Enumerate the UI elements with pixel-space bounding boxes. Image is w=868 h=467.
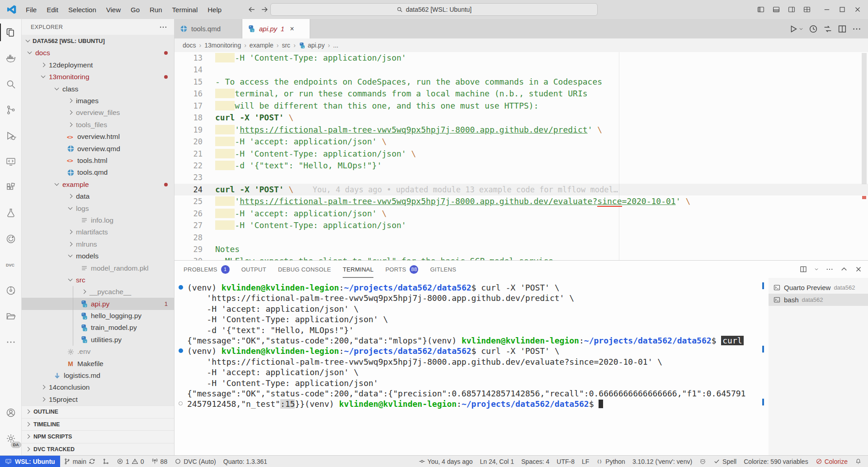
- status-problems[interactable]: 10: [113, 456, 148, 467]
- activity-source-control-icon[interactable]: [0, 99, 22, 120]
- status-colorize-toggle[interactable]: Colorize: [812, 456, 851, 467]
- tree-file-tools-qmd[interactable]: tools.qmd: [22, 167, 174, 178]
- breadcrumb-item[interactable]: api.py: [299, 42, 325, 49]
- tree-folder--pycache-[interactable]: __pycache__: [22, 286, 174, 298]
- tree-root-folder[interactable]: DATA562 [WSL: UBUNTU]: [22, 35, 174, 47]
- activity-more-views-icon[interactable]: [0, 331, 22, 353]
- status-remote-indicator[interactable]: WSL: Ubuntu: [0, 456, 60, 467]
- tree-folder-mlartifacts[interactable]: mlartifacts: [22, 226, 174, 238]
- tree-file-utilities-py[interactable]: utilities.py: [22, 334, 174, 346]
- tree-folder-14conclusion[interactable]: 14conclusion: [22, 381, 174, 393]
- toggle-panel-icon[interactable]: [769, 4, 783, 15]
- activity-account-icon[interactable]: [0, 402, 22, 423]
- tree-folder-mlruns[interactable]: mlruns: [22, 238, 174, 250]
- activity-dvc-icon[interactable]: DVC: [0, 254, 22, 275]
- tab-tools-qmd[interactable]: tools.qmd: [175, 19, 242, 38]
- tree-file-overview-html[interactable]: <>overview.html: [22, 131, 174, 143]
- terminal[interactable]: (venv) kvlinden@kvlinden-legion:~/projec…: [175, 278, 769, 455]
- tree-file-makefile[interactable]: MMakefile: [22, 357, 174, 369]
- back-arrow-icon[interactable]: [247, 5, 256, 14]
- activity-run-debug-icon[interactable]: [0, 125, 22, 146]
- panel-tab-terminal[interactable]: TERMINAL: [343, 261, 373, 278]
- toggle-sidebar-icon[interactable]: [754, 4, 768, 15]
- tree-file--env[interactable]: .env: [22, 346, 174, 357]
- section-dvc-tracked[interactable]: DVC TRACKED: [22, 443, 174, 456]
- split-editor-icon[interactable]: [837, 24, 847, 34]
- tree-folder-13monitoring[interactable]: 13monitoring: [22, 71, 174, 83]
- panel-tab-output[interactable]: OUTPUT: [241, 261, 266, 278]
- status-spell[interactable]: Spell: [710, 456, 740, 467]
- panel-tab-problems[interactable]: PROBLEMS1: [184, 261, 230, 278]
- status-git-branch[interactable]: main: [60, 456, 99, 467]
- activity-extensions-icon[interactable]: [0, 176, 22, 198]
- status-ports[interactable]: 88: [148, 456, 171, 467]
- panel-tab-gitlens[interactable]: GITLENS: [430, 261, 456, 278]
- status-eol[interactable]: LF: [578, 456, 593, 467]
- tree-folder-images[interactable]: images: [22, 95, 174, 107]
- breadcrumb-item[interactable]: example: [250, 42, 274, 49]
- menu-selection[interactable]: Selection: [64, 4, 100, 15]
- menu-help[interactable]: Help: [203, 4, 226, 15]
- tree-folder-data[interactable]: data: [22, 191, 174, 202]
- activity-dvc-experiments-icon[interactable]: [0, 280, 22, 301]
- menu-go[interactable]: Go: [127, 4, 144, 15]
- tree-folder-12deployment[interactable]: 12deployment: [22, 59, 174, 71]
- section-npm-scripts[interactable]: NPM SCRIPTS: [22, 430, 174, 443]
- split-terminal-icon[interactable]: [799, 265, 807, 273]
- tree-folder-overview-files[interactable]: overview_files: [22, 107, 174, 119]
- editor-scrollbar[interactable]: [862, 53, 867, 184]
- menu-file[interactable]: File: [22, 4, 41, 15]
- status-language-mode[interactable]: {}Python: [593, 456, 629, 467]
- run-python-button[interactable]: [788, 24, 804, 34]
- tab-api-py[interactable]: api.py1×: [242, 19, 310, 38]
- terminal-instance-bash[interactable]: bashdata562: [769, 294, 868, 306]
- activity-mlflow-icon[interactable]: [0, 228, 22, 249]
- customize-layout-icon[interactable]: [800, 4, 814, 15]
- code-editor[interactable]: 13 -H 'Content-Type: application/json'14…: [175, 52, 868, 260]
- more-actions-icon[interactable]: [852, 24, 862, 34]
- tree-file-info-log[interactable]: info.log: [22, 214, 174, 226]
- tree-file-train-model-py[interactable]: train_model.py: [22, 322, 174, 334]
- menu-run[interactable]: Run: [146, 4, 166, 15]
- close-tab-icon[interactable]: ×: [288, 25, 296, 33]
- command-success-decoration[interactable]: [179, 348, 183, 353]
- tree-folder-class[interactable]: class: [22, 83, 174, 95]
- status-blame-info[interactable]: You, 4 days ago: [415, 456, 476, 467]
- menu-edit[interactable]: Edit: [42, 4, 62, 15]
- chevron-down-icon[interactable]: [814, 265, 819, 273]
- tree-file-model-random-pkl[interactable]: model_random.pkl: [22, 262, 174, 274]
- maximize-panel-icon[interactable]: [840, 265, 848, 273]
- menu-terminal[interactable]: Terminal: [168, 4, 202, 15]
- tree-folder-docs[interactable]: docs: [22, 47, 174, 59]
- explorer-actions-icon[interactable]: [159, 23, 168, 32]
- restore-icon[interactable]: [835, 4, 849, 15]
- activity-testing-icon[interactable]: [0, 202, 22, 224]
- tree-file-hello-logging-py[interactable]: hello_logging.py: [22, 310, 174, 322]
- close-window-icon[interactable]: [851, 4, 864, 15]
- toggle-secondary-sidebar-icon[interactable]: [785, 4, 798, 15]
- close-panel-icon[interactable]: [854, 265, 863, 273]
- tree-folder-tools-files[interactable]: tools_files: [22, 119, 174, 131]
- breadcrumb-item[interactable]: ...: [333, 42, 339, 49]
- tree-file-logistics-md[interactable]: logistics.md: [22, 370, 174, 381]
- status-dvc-status[interactable]: DVC (Auto): [171, 456, 220, 467]
- more-actions-icon[interactable]: [826, 265, 834, 273]
- status-encoding[interactable]: UTF-8: [553, 456, 578, 467]
- status-quarto-version[interactable]: Quarto: 1.3.361: [220, 456, 271, 467]
- tree-file-tools-html[interactable]: <>tools.html: [22, 155, 174, 167]
- section-outline[interactable]: OUTLINE: [22, 405, 174, 418]
- tree-file-api-py[interactable]: api.py1: [22, 298, 174, 310]
- menu-view[interactable]: View: [102, 4, 125, 15]
- terminal-instance-quarto-preview[interactable]: Quarto Previewdata562: [769, 281, 868, 294]
- minimize-icon[interactable]: [820, 4, 834, 15]
- status-github[interactable]: [696, 456, 710, 467]
- section-timeline[interactable]: TIMELINE: [22, 418, 174, 431]
- tree-file-overview-qmd[interactable]: overview.qmd: [22, 143, 174, 154]
- status-indentation[interactable]: Spaces: 4: [518, 456, 553, 467]
- breadcrumb-item[interactable]: docs: [183, 42, 196, 49]
- command-center[interactable]: data562 [WSL: Ubuntu]: [270, 3, 598, 16]
- activity-settings-gear-icon[interactable]: DA: [0, 428, 22, 449]
- forward-arrow-icon[interactable]: [260, 5, 269, 14]
- panel-tab-ports[interactable]: PORTS88: [385, 261, 418, 278]
- command-decoration[interactable]: [179, 401, 183, 405]
